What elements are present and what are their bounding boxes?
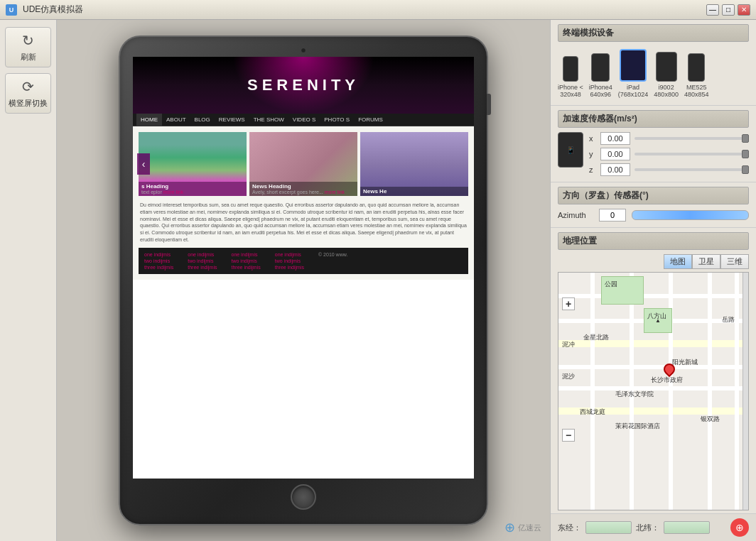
device-label-ipad: iPad(768x1024 (618, 84, 649, 98)
footer-link-4-3[interactable]: three indijmis (275, 265, 304, 270)
ipad-device: SERENITY HOME ABOUT BLOG REVIEWS THE SHO… (119, 35, 488, 525)
site-footer: one indijmis two indijmis three indijmis… (139, 248, 468, 274)
site-nav: HOME ABOUT BLOG REVIEWS THE SHOW VIDEO S… (133, 114, 474, 126)
nav-forums[interactable]: FORUMS (354, 114, 387, 126)
footer-link-3-2[interactable]: two indijmis (232, 258, 261, 263)
device-me525[interactable]: ME525480x854 (684, 53, 709, 98)
carousel-heading-3: News He (363, 188, 465, 195)
footer-link-1-1[interactable]: one indijmis (144, 252, 173, 257)
nav-videos[interactable]: VIDEO S (288, 114, 320, 126)
latitude-input[interactable] (664, 521, 710, 534)
nav-the-show[interactable]: THE SHOW (249, 114, 288, 126)
carousel-prev-button[interactable]: ‹ (137, 153, 150, 175)
device-icon-iphone4 (591, 53, 610, 82)
carousel-img-1: s Heading text eplor more link (139, 132, 247, 196)
map-zoom-in[interactable]: + (562, 297, 575, 310)
accel-title: 加速度传感器(m/s²) (558, 110, 749, 128)
site-body-text: Du eimod intereset temporibus sum, sea c… (139, 202, 468, 244)
footer-link-1-3[interactable]: three indijmis (144, 265, 173, 270)
map-zoom-out[interactable]: − (562, 429, 575, 442)
footer-link-4-1[interactable]: one indijmis (275, 252, 304, 257)
site-title: SERENITY (247, 76, 360, 94)
minimize-button[interactable]: — (706, 4, 719, 16)
nav-home[interactable]: HOME (136, 114, 162, 126)
map-scrollbar[interactable] (742, 273, 748, 510)
accel-y-thumb (742, 150, 749, 158)
center-area: SERENITY HOME ABOUT BLOG REVIEWS THE SHO… (57, 20, 550, 541)
rotate-icon: ⟳ (22, 78, 34, 95)
maximize-button[interactable]: □ (722, 4, 735, 16)
accel-z-row: z 0.00 (589, 163, 749, 176)
footer-col-3: one indijmis two indijmis three indijmis (232, 252, 261, 270)
footer-link-1-2[interactable]: two indijmis (144, 258, 173, 263)
map-label-hotel: 茉莉花国际酒店 (615, 422, 660, 431)
site-main: ‹ s Heading text eplor more link News He… (133, 126, 474, 280)
footer-col-1: one indijmis two indijmis three indijmis (144, 252, 173, 270)
ipad-side-button[interactable] (487, 94, 491, 115)
accel-x-slider[interactable] (634, 137, 749, 140)
map-label-yangguang: 阳光新城 (672, 358, 698, 367)
device-icon-me525 (688, 53, 705, 82)
device-i9002[interactable]: i9002480x800 (654, 52, 679, 98)
accel-x-thumb (742, 134, 749, 143)
map-tab-satellite[interactable]: 卫星 (692, 254, 720, 269)
nav-reviews[interactable]: REVIEWS (215, 114, 249, 126)
map-background: ▲ 公园 八方山 金星北路 阳光新城 长沙市政府 毛泽东文学院 西城龙庭 茉莉花… (558, 273, 748, 510)
accel-z-value: 0.00 (600, 163, 630, 176)
carousel-img-3: News He (360, 132, 468, 196)
site-header: SERENITY (133, 57, 474, 114)
map-road-v5 (735, 273, 739, 510)
accel-y-slider[interactable] (634, 153, 749, 155)
news-heading-2: News Heading (252, 183, 355, 190)
device-iphone4[interactable]: iPhone4640x96 (589, 53, 612, 98)
footer-link-2-1[interactable]: one indijmis (188, 252, 217, 257)
map-label-university: 毛泽东文学院 (615, 390, 654, 399)
compass-row: Azimuth 0 (558, 209, 749, 222)
device-ipad[interactable]: iPad(768x1024 (618, 49, 649, 98)
footer-link-4-2[interactable]: two indijmis (275, 258, 304, 263)
map-container[interactable]: ▲ 公园 八方山 金星北路 阳光新城 长沙市政府 毛泽东文学院 西城龙庭 茉莉花… (558, 272, 749, 510)
accel-x-value: 0.00 (600, 132, 630, 145)
geo-coordinates-row: 东经： 北纬： ⊕ (551, 513, 756, 541)
nav-photos[interactable]: PHOTO S (320, 114, 354, 126)
longitude-input[interactable] (585, 521, 632, 534)
device-label-me525: ME525480x854 (684, 84, 709, 98)
carousel-text-1: text eplor more link (141, 190, 244, 195)
device-iphone-small[interactable]: iPhone <320x48 (558, 56, 583, 98)
map-tab-map[interactable]: 地图 (664, 254, 692, 269)
title-bar: U UDE仿真模拟器 — □ ✕ (0, 0, 756, 20)
device-icon-ipad (620, 49, 647, 82)
accel-grid: 📱 x 0.00 y 0.00 (558, 132, 749, 176)
compass-slider[interactable] (632, 210, 749, 220)
accel-x-label: x (589, 134, 596, 143)
compass-section: 方向（罗盘）传感器(°) Azimuth 0 (551, 182, 756, 228)
map-road-h4 (558, 365, 748, 369)
geo-title: 地理位置 (558, 232, 749, 250)
accel-y-value: 0.00 (600, 148, 630, 160)
footer-link-3-1[interactable]: one indijmis (232, 252, 261, 257)
left-toolbar: ↻ 刷新 ⟳ 横竖屏切换 (0, 20, 57, 541)
map-label-nisha: 泥沙 (562, 372, 575, 381)
map-label-jinxing: 金星北路 (583, 333, 609, 342)
carousel-img-2: News Heading Avely, short excerpt goes h… (249, 132, 357, 196)
rotate-button[interactable]: ⟳ 横竖屏切换 (5, 73, 51, 114)
refresh-label: 刷新 (21, 52, 36, 62)
map-road-v4 (708, 273, 712, 510)
device-label-i9002: i9002480x800 (654, 84, 679, 98)
right-panel: 终端模拟设备 iPhone <320x48 iPhone4640x96 iPad… (550, 20, 756, 541)
footer-link-2-2[interactable]: two indijmis (188, 258, 217, 263)
geo-locate-button[interactable]: ⊕ (730, 518, 749, 537)
devices-section: 终端模拟设备 iPhone <320x48 iPhone4640x96 iPad… (551, 20, 756, 106)
accel-z-label: z (589, 165, 596, 174)
close-button[interactable]: ✕ (738, 4, 750, 16)
nav-about[interactable]: ABOUT (162, 114, 190, 126)
footer-link-3-3[interactable]: three indijmis (232, 265, 261, 270)
refresh-button[interactable]: ↻ 刷新 (5, 27, 51, 67)
nav-blog[interactable]: BLOG (190, 114, 215, 126)
map-tab-3d[interactable]: 三维 (720, 254, 749, 269)
footer-link-2-3[interactable]: three indijmis (188, 265, 217, 270)
ipad-home-button[interactable] (291, 484, 316, 510)
accel-z-slider[interactable] (634, 168, 749, 171)
longitude-label: 东经： (558, 523, 581, 533)
azimuth-value: 0 (599, 209, 626, 222)
